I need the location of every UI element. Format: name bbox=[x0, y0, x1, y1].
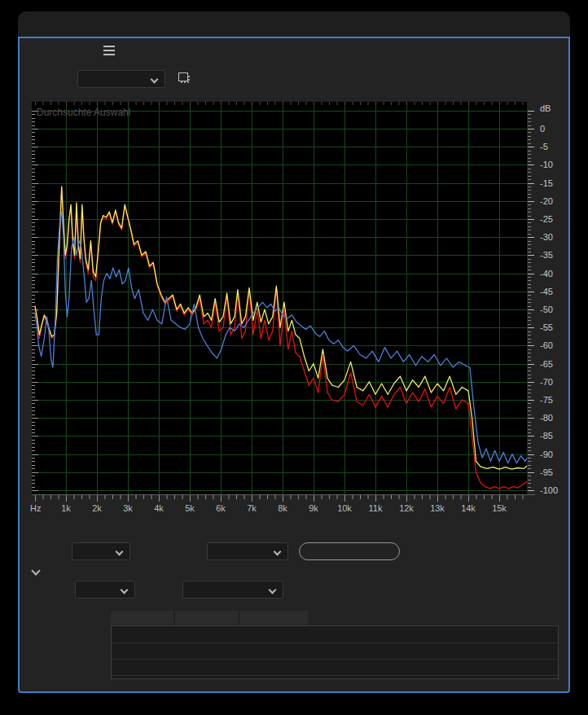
frequency-analysis-chart[interactable]: Durchsuchte AuswahlHz1k2k3k4k5k6k7k8k9k1… bbox=[29, 100, 567, 520]
x-axis-tick-label: 1k bbox=[61, 503, 71, 513]
y-axis-tick-label: -55 bbox=[540, 322, 553, 332]
table-header-links bbox=[111, 611, 173, 625]
row-label-value-at bbox=[20, 625, 106, 642]
hold-button-group bbox=[234, 73, 397, 93]
y-axis-tick-label: -60 bbox=[540, 340, 553, 350]
y-axis-tick-label: -40 bbox=[540, 269, 553, 279]
scaling-select[interactable] bbox=[77, 70, 165, 88]
x-axis-tick-label: 11k bbox=[369, 503, 383, 513]
chevron-down-icon bbox=[274, 549, 280, 555]
y-axis-unit-label: dB bbox=[540, 103, 551, 113]
chevron-down-icon bbox=[151, 77, 157, 82]
y-axis-tick-label: -70 bbox=[540, 377, 553, 387]
table-row bbox=[112, 659, 558, 676]
x-axis-tick-label: 3k bbox=[123, 503, 133, 513]
x-axis-tick-label: 7k bbox=[247, 503, 257, 513]
table-header-durchschnitt bbox=[240, 611, 308, 625]
x-axis-start-label: Hz bbox=[30, 503, 41, 513]
db-ruler[interactable]: dB0-5-10-15-20-25-30-35-40-45-50-55-60-6… bbox=[528, 103, 558, 495]
x-axis-tick-label: 9k bbox=[309, 503, 318, 513]
y-axis-tick-label: -35 bbox=[540, 250, 553, 260]
x-axis-tick-label: 8k bbox=[278, 503, 287, 513]
results-table bbox=[111, 625, 559, 679]
x-axis-tick-label: 13k bbox=[430, 503, 445, 513]
display-select[interactable] bbox=[72, 542, 130, 560]
frequency-ruler[interactable]: Hz1k2k3k4k5k6k7k8k9k10k11k12k13k14k15k bbox=[30, 495, 535, 514]
table-row bbox=[112, 643, 558, 660]
frequency-analysis-panel: Durchsuchte AuswahlHz1k2k3k4k5k6k7k8k9k1… bbox=[18, 37, 570, 693]
spectrum-plot-area[interactable] bbox=[32, 102, 527, 494]
row-label-note-total bbox=[20, 658, 106, 674]
frequency-analysis-window: Durchsuchte AuswahlHz1k2k3k4k5k6k7k8k9k1… bbox=[18, 11, 570, 693]
y-axis-tick-label: -100 bbox=[540, 485, 558, 495]
hold-snapshot-icon[interactable] bbox=[178, 72, 191, 86]
y-axis-tick-label: -80 bbox=[540, 413, 553, 423]
chevron-down-icon bbox=[116, 549, 122, 555]
y-axis-tick-label: -15 bbox=[540, 178, 553, 188]
y-axis-tick-label: -75 bbox=[540, 395, 553, 405]
y-axis-tick-label: -20 bbox=[540, 196, 553, 206]
chevron-down-icon bbox=[270, 587, 275, 593]
y-axis-tick-label: -5 bbox=[540, 142, 548, 151]
panel-menu-icon[interactable] bbox=[103, 46, 115, 55]
x-axis-tick-label: 4k bbox=[154, 503, 164, 513]
y-axis-tick-label: -25 bbox=[540, 214, 553, 224]
x-axis-tick-label: 5k bbox=[185, 503, 195, 513]
x-axis-tick-label: 6k bbox=[216, 503, 226, 513]
y-axis-tick-label: -50 bbox=[540, 305, 553, 314]
y-axis-tick-label: -95 bbox=[540, 467, 553, 477]
table-row-labels bbox=[20, 625, 106, 674]
fft-size-select[interactable] bbox=[75, 581, 135, 599]
y-axis-tick-label: -10 bbox=[540, 160, 553, 169]
titlebar[interactable] bbox=[18, 11, 570, 37]
advanced-chevron-down-icon[interactable] bbox=[33, 568, 39, 574]
y-axis-tick-label: -65 bbox=[540, 359, 553, 369]
window-select[interactable] bbox=[182, 581, 283, 599]
table-row bbox=[112, 626, 558, 643]
table-header-rechts bbox=[175, 611, 239, 625]
row-label-frequency-total bbox=[20, 642, 106, 658]
x-axis-tick-label: 2k bbox=[92, 503, 102, 513]
y-axis-tick-label: -90 bbox=[540, 450, 553, 459]
x-axis-tick-label: 15k bbox=[492, 503, 507, 513]
y-axis-tick-label: -85 bbox=[540, 431, 553, 441]
scan-selection-button[interactable] bbox=[299, 542, 400, 560]
y-axis-tick-label: -30 bbox=[540, 232, 553, 242]
top-channel-select[interactable] bbox=[207, 542, 288, 560]
x-axis-tick-label: 12k bbox=[399, 503, 414, 513]
x-axis-tick-label: 10k bbox=[337, 503, 352, 513]
chevron-down-icon bbox=[121, 587, 127, 593]
chart-overlay-label: Durchsuchte Auswahl bbox=[37, 107, 130, 118]
y-axis-tick-label: -45 bbox=[540, 287, 553, 296]
y-axis-tick-label: 0 bbox=[540, 124, 545, 134]
x-axis-tick-label: 14k bbox=[461, 503, 476, 513]
